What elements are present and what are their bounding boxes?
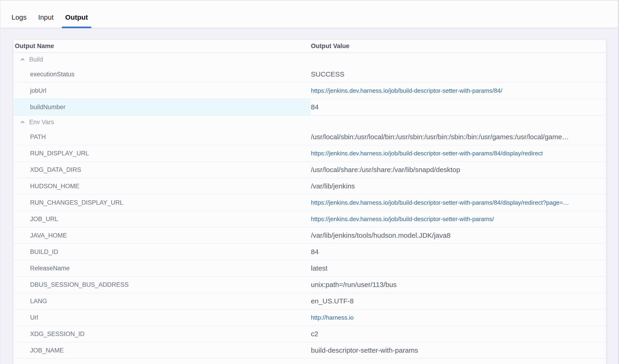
output-name-text: HUDSON_HOME — [30, 183, 79, 190]
window-edge-left — [0, 0, 0, 364]
output-value-text: en_US.UTF-8 — [311, 297, 354, 305]
output-value-cell: c2 — [311, 326, 606, 342]
output-value-cell: http://harness.io — [311, 309, 606, 326]
output-value-cell: SUCCESS — [311, 66, 606, 82]
output-name-cell: ReleaseName — [14, 260, 311, 276]
output-table-body: Build executionStatus SUCCESS jobUrl htt… — [14, 53, 606, 359]
output-value-cell: https://jenkins.dev.harness.io/job/build… — [311, 195, 606, 211]
output-value-link[interactable]: https://jenkins.dev.harness.io/job/build… — [311, 150, 543, 157]
output-name-text: JOB_NAME — [30, 347, 64, 354]
chevron-up-icon — [19, 56, 26, 63]
output-value-text: SUCCESS — [311, 70, 344, 78]
output-name-cell: XDG_DATA_DIRS — [14, 162, 311, 178]
output-name-text: RUN_CHANGES_DISPLAY_URL — [30, 199, 123, 206]
table-row: HUDSON_HOME /var/lib/jenkins — [14, 178, 606, 195]
output-value-cell: /var/lib/jenkins/tools/hudson.model.JDK/… — [311, 227, 606, 243]
output-value-text: 84 — [311, 103, 319, 111]
tab-label: Logs — [12, 14, 27, 21]
output-name-text: LANG — [30, 298, 47, 305]
tab-output[interactable]: Output — [65, 14, 88, 28]
column-header-output-name: Output Name — [14, 42, 311, 50]
table-row: XDG_SESSION_ID c2 — [14, 326, 606, 342]
output-table-header: Output Name Output Value — [14, 40, 606, 53]
output-name-cell: XDG_SESSION_ID — [14, 326, 311, 342]
table-row: jobUrl https://jenkins.dev.harness.io/jo… — [14, 83, 606, 99]
output-name-text: RUN_DISPLAY_URL — [30, 150, 89, 157]
step-details-tab-bar: Logs Input Output — [0, 0, 619, 28]
output-value-cell: unix:path=/run/user/113/bus — [311, 277, 606, 293]
output-name-cell: PATH — [14, 129, 311, 145]
table-row: buildNumber 84 — [14, 99, 606, 115]
table-row: JAVA_HOME /var/lib/jenkins/tools/hudson.… — [14, 227, 606, 244]
output-value-cell: /var/lib/jenkins — [311, 178, 606, 194]
output-name-cell: HUDSON_HOME — [14, 178, 311, 194]
group-row-env-vars[interactable]: Env Vars — [14, 115, 606, 129]
output-value-link[interactable]: https://jenkins.dev.harness.io/job/build… — [311, 87, 502, 94]
output-table-card: Output Name Output Value Build execution… — [14, 40, 606, 364]
tabs: Logs Input Output — [12, 14, 99, 28]
output-value-cell: /usr/local/sbin:/usr/local/bin:/usr/sbin… — [311, 129, 606, 145]
group-row-build[interactable]: Build — [14, 53, 606, 66]
table-row: JOB_URL https://jenkins.dev.harness.io/j… — [14, 211, 606, 227]
table-row: RUN_CHANGES_DISPLAY_URL https://jenkins.… — [14, 195, 606, 211]
output-value-cell: https://jenkins.dev.harness.io/job/build… — [311, 211, 606, 227]
output-name-text: DBUS_SESSION_BUS_ADDRESS — [30, 281, 129, 288]
output-name-text: buildNumber — [30, 104, 66, 111]
active-tab-underline — [62, 27, 91, 28]
output-name-cell: JAVA_HOME — [14, 227, 311, 243]
output-name-text: JOB_URL — [30, 216, 58, 223]
window-edge-top — [0, 0, 619, 0]
output-name-cell: buildNumber — [14, 99, 311, 115]
output-value-text: /var/lib/jenkins/tools/hudson.model.JDK/… — [311, 231, 450, 239]
output-value-text: build-descriptor-setter-with-params — [311, 346, 418, 354]
output-name-cell: BUILD_ID — [14, 244, 311, 260]
group-label: Build — [29, 56, 43, 63]
output-name-text: ReleaseName — [30, 265, 70, 272]
output-value-text: 84 — [311, 248, 319, 256]
output-value-link[interactable]: https://jenkins.dev.harness.io/job/build… — [311, 199, 569, 206]
output-name-text: jobUrl — [30, 87, 46, 94]
output-value-cell: /usr/local/share:/usr/share:/var/lib/sna… — [311, 162, 606, 178]
table-row: DBUS_SESSION_BUS_ADDRESS unix:path=/run/… — [14, 277, 606, 293]
output-name-text: BUILD_ID — [30, 248, 58, 255]
tab-input[interactable]: Input — [38, 14, 54, 28]
output-value-text: /var/lib/jenkins — [311, 182, 355, 190]
output-value-text: c2 — [311, 330, 318, 338]
chevron-up-icon — [19, 119, 26, 125]
output-tab-panel: Output Name Output Value Build execution… — [0, 40, 619, 364]
output-name-cell: executionStatus — [14, 66, 311, 82]
tab-label: Input — [38, 14, 54, 21]
output-value-cell: 84 — [311, 99, 606, 115]
output-value-text: latest — [311, 264, 327, 272]
table-row: executionStatus SUCCESS — [14, 66, 606, 83]
output-name-cell: RUN_DISPLAY_URL — [14, 145, 311, 161]
output-name-text: Url — [30, 314, 38, 321]
table-row: LANG en_US.UTF-8 — [14, 293, 606, 309]
output-name-cell: DBUS_SESSION_BUS_ADDRESS — [14, 277, 311, 293]
column-header-output-value: Output Value — [311, 42, 606, 50]
table-row: BUILD_ID 84 — [14, 244, 606, 260]
table-row: JOB_NAME build-descriptor-setter-with-pa… — [14, 342, 606, 359]
output-value-cell: https://jenkins.dev.harness.io/job/build… — [311, 145, 606, 161]
output-value-cell: https://jenkins.dev.harness.io/job/build… — [311, 83, 606, 99]
output-value-link[interactable]: https://jenkins.dev.harness.io/job/build… — [311, 216, 494, 223]
output-value-cell: latest — [311, 260, 606, 276]
output-name-cell: JOB_URL — [14, 211, 311, 227]
output-name-text: executionStatus — [30, 71, 74, 78]
group-label: Env Vars — [29, 119, 54, 126]
output-value-text: /usr/local/sbin:/usr/local/bin:/usr/sbin… — [311, 133, 569, 141]
output-name-text: JAVA_HOME — [30, 232, 67, 239]
output-value-cell: build-descriptor-setter-with-params — [311, 342, 606, 358]
output-name-cell: Url — [14, 309, 311, 326]
output-value-link[interactable]: http://harness.io — [311, 314, 354, 321]
output-name-text: XDG_DATA_DIRS — [30, 166, 81, 173]
table-row: RUN_DISPLAY_URL https://jenkins.dev.harn… — [14, 145, 606, 162]
table-row: ReleaseName latest — [14, 260, 606, 277]
table-row: PATH /usr/local/sbin:/usr/local/bin:/usr… — [14, 129, 606, 145]
table-row: XDG_DATA_DIRS /usr/local/share:/usr/shar… — [14, 162, 606, 178]
scrollbar-track[interactable] — [618, 0, 619, 364]
output-name-text: PATH — [30, 133, 46, 140]
tab-label: Output — [65, 14, 88, 21]
tab-logs[interactable]: Logs — [12, 14, 27, 28]
output-name-cell: RUN_CHANGES_DISPLAY_URL — [14, 195, 311, 211]
